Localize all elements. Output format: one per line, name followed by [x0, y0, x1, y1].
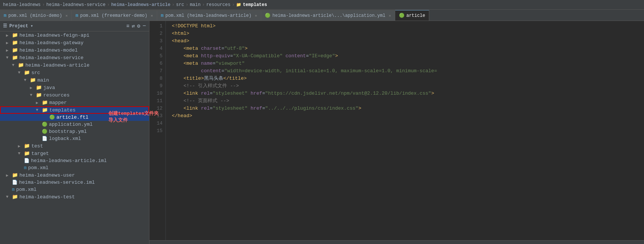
item-label: heima-leadnews-user	[19, 173, 75, 178]
breadcrumb-part-4[interactable]: src	[176, 2, 184, 7]
arrow-icon: ▶	[6, 40, 12, 45]
sidebar: ☰ Project ▾ ≡ ⇄ ⚙ − ▶ 📁 heima-leadnews-f…	[0, 21, 149, 244]
ftl-file-icon: 🟢	[49, 115, 55, 120]
sidebar-item-leadnews-test[interactable]: ▼ 📁 heima-leadnews-test	[0, 193, 149, 201]
settings-icon[interactable]: ⚙	[137, 23, 140, 29]
breadcrumb-part-3[interactable]: heima-leadnews-article	[111, 2, 170, 7]
sidebar-item-resources[interactable]: ▼ 📁 resources	[0, 91, 149, 99]
sidebar-item-feign[interactable]: ▶ 📁 heima-leadnews-feign-api	[0, 31, 149, 39]
sidebar-item-logback-xml[interactable]: 📄 logback.xml	[0, 135, 149, 142]
tab-pom-freemarker[interactable]: m pom.xml (freemarker-demo) ✕	[72, 10, 157, 21]
folder-icon: 📁	[24, 70, 30, 76]
tab-article-ftl[interactable]: 🟢 article	[395, 10, 429, 21]
tab-icon-y: 🟢	[265, 13, 270, 18]
folder-icon: 📁	[42, 107, 48, 113]
arrow-icon: ▶	[6, 48, 12, 53]
sidebar-item-java[interactable]: ▶ 📁 java	[0, 84, 149, 91]
breadcrumb-part-1[interactable]: heima-leadnews	[3, 2, 41, 7]
item-label: heima-leadnews-test	[19, 194, 75, 200]
sidebar-item-article[interactable]: ▼ 📁 heima-leadnews-article	[0, 61, 149, 69]
tab-icon-ftl: 🟢	[399, 13, 405, 18]
arrow-icon: ▶	[36, 100, 42, 105]
breadcrumb-part-6[interactable]: resources	[206, 2, 230, 7]
folder-icon: 📁	[30, 77, 36, 83]
equalizer-icon[interactable]: ⇄	[132, 23, 135, 29]
sidebar-item-src[interactable]: ▼ 📁 src	[0, 69, 149, 76]
breadcrumb-part-5[interactable]: main	[190, 2, 201, 7]
code-line-4: <head>	[172, 37, 644, 45]
editor-area: 1 2 3 4 5 6 7 8 9 10 11 12 13 14 15 <!DO…	[149, 21, 644, 244]
sidebar-dropdown-icon[interactable]: ▾	[30, 23, 33, 29]
sidebar-item-gateway[interactable]: ▶ 📁 heima-leadnews-gateway	[0, 39, 149, 46]
item-label: heima-leadnews-gateway	[19, 40, 84, 46]
breadcrumb-part-2[interactable]: heima-leadnews-service	[46, 2, 105, 7]
sidebar-item-article-ftl[interactable]: 🟢 article.ftl	[0, 114, 149, 121]
item-label: bootstrap.yml	[49, 129, 87, 134]
line-numbers: 1 2 3 4 5 6 7 8 9 10 11 12 13 14 15	[149, 21, 166, 240]
sidebar-item-main[interactable]: ▼ 📁 main	[0, 76, 149, 84]
tab-app-yml[interactable]: 🟢 heima-leadnews-article\...\application…	[261, 10, 395, 21]
arrow-icon: ▼	[18, 151, 24, 156]
tab-close-button[interactable]: ✕	[389, 13, 391, 18]
code-line-10: <!-- 引入样式文件 -->	[172, 82, 644, 90]
sidebar-item-pom-xml[interactable]: m pom.xml	[0, 164, 149, 171]
folder-icon: 📁	[12, 55, 18, 61]
folder-icon: 📁	[12, 47, 18, 53]
horizontal-scrollbar[interactable]	[149, 240, 644, 244]
sidebar-item-test[interactable]: ▶ 📁 test	[0, 142, 149, 150]
tab-pom-minio[interactable]: m pom.xml (minio-demo) ✕	[0, 10, 72, 21]
code-line-7: <meta name="viewport"	[172, 60, 644, 67]
arrow-icon: ▼	[6, 55, 12, 60]
code-line-1: <!DOCTYPE html>	[172, 22, 644, 30]
arrow-icon: ▼	[36, 108, 42, 112]
item-label: main	[37, 77, 49, 83]
breadcrumb: heima-leadnews › heima-leadnews-service …	[0, 0, 644, 10]
item-label: templates	[49, 107, 75, 113]
code-content: 1 2 3 4 5 6 7 8 9 10 11 12 13 14 15 <!DO…	[149, 21, 644, 240]
sidebar-item-service[interactable]: ▼ 📁 heima-leadnews-service	[0, 54, 149, 61]
sidebar-item-application-yml[interactable]: 🟢 application.yml	[0, 121, 149, 128]
iml-file-icon2: 📄	[12, 180, 18, 185]
yml-file-icon2: 🟢	[42, 129, 47, 134]
item-label: heima-leadnews-article.iml	[31, 158, 107, 164]
sidebar-item-model[interactable]: ▶ 📁 heima-leadnews-model	[0, 46, 149, 54]
collapse-all-icon[interactable]: ≡	[126, 23, 129, 29]
folder-icon: 📁	[36, 85, 42, 91]
item-label: pom.xml	[28, 165, 49, 171]
sidebar-item-article-iml[interactable]: 📄 heima-leadnews-article.iml	[0, 157, 149, 164]
item-label: application.yml	[49, 122, 93, 127]
tab-bar: m pom.xml (minio-demo) ✕ m pom.xml (free…	[0, 10, 644, 21]
sidebar-item-templates[interactable]: ▼ 📁 templates	[0, 106, 149, 114]
folder-icon: 📁	[24, 150, 30, 156]
code-line-5: <meta charset="utf-8">	[172, 45, 644, 52]
item-label: heima-leadnews-feign-api	[19, 33, 89, 38]
sidebar-item-bootstrap-yml[interactable]: 🟢 bootstrap.yml	[0, 128, 149, 135]
tab-pom-article[interactable]: m pom.xml (heima-leadnews-article) ✕	[157, 10, 261, 21]
code-editor[interactable]: <!DOCTYPE html> <html> <head> <meta char…	[166, 21, 644, 240]
arrow-icon: ▼	[12, 63, 18, 67]
folder-icon: 📁	[18, 62, 24, 68]
item-label: target	[31, 151, 49, 156]
pom-file-icon2: m	[12, 187, 15, 192]
sidebar-title: Project	[9, 24, 28, 29]
tab-close-button[interactable]: ✕	[255, 13, 257, 18]
pom-file-icon: m	[24, 165, 27, 171]
code-line-12: <!-- 页面样式 -->	[172, 97, 644, 105]
code-line-14: </head>	[172, 112, 644, 120]
code-line-2: <html>	[172, 30, 644, 37]
item-label: pom.xml	[16, 187, 37, 192]
sidebar-item-pom-service[interactable]: m pom.xml	[0, 186, 149, 193]
tab-label: heima-leadnews-article\...\application.y…	[272, 13, 385, 18]
tab-icon-m: m	[4, 13, 6, 18]
tab-close-button[interactable]: ✕	[65, 13, 68, 18]
sidebar-item-target[interactable]: ▼ 📁 target	[0, 150, 149, 157]
sidebar-item-service-iml[interactable]: 📄 heima-leadnews-service.iml	[0, 179, 149, 186]
folder-icon: 📁	[12, 194, 18, 200]
sidebar-item-mapper[interactable]: ▶ 📁 mapper	[0, 99, 149, 106]
arrow-icon: ▼	[30, 93, 36, 97]
folder-icon: 📁	[236, 2, 241, 7]
tab-close-button[interactable]: ✕	[151, 13, 153, 18]
item-label: resources	[43, 92, 69, 98]
hide-sidebar-icon[interactable]: −	[142, 23, 146, 30]
sidebar-item-user[interactable]: ▶ 📁 heima-leadnews-user	[0, 171, 149, 179]
